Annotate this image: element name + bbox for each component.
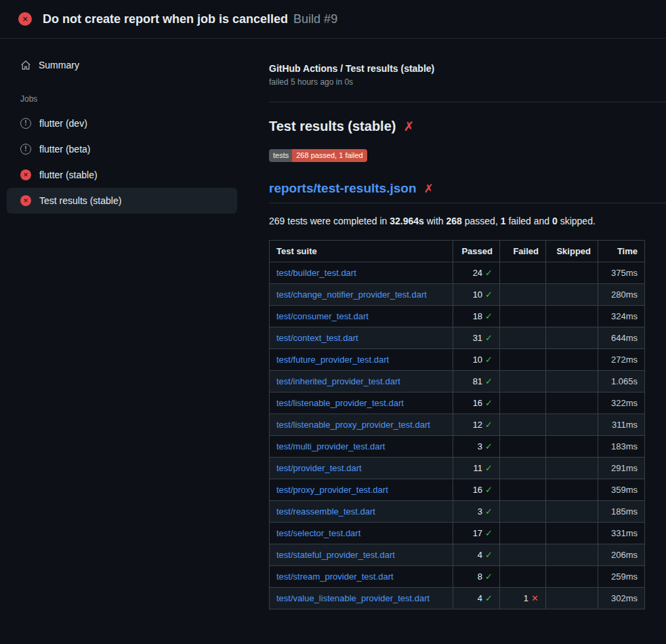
- job-label: Test results (stable): [39, 195, 121, 206]
- skipped-cell: [546, 588, 598, 609]
- suite-cell: test/consumer_test.dart: [270, 306, 453, 327]
- test-suite-link[interactable]: test/future_provider_test.dart: [276, 355, 389, 365]
- badge-label: tests: [269, 149, 292, 162]
- passed-cell: 16: [453, 479, 500, 501]
- passed-count: 81: [473, 376, 482, 386]
- job-label: flutter (beta): [39, 144, 90, 155]
- time-cell: 291ms: [598, 458, 645, 479]
- suite-cell: test/builder_test.dart: [270, 262, 453, 284]
- suite-cell: test/listenable_provider_test.dart: [270, 393, 453, 414]
- table-row: test/listenable_provider_test.dart16322m…: [270, 393, 645, 414]
- jobs-section-label: Jobs: [0, 77, 244, 110]
- test-suite-link[interactable]: test/multi_provider_test.dart: [276, 441, 385, 451]
- passed-cell: 10: [453, 284, 500, 306]
- table-row: test/change_notifier_provider_test.dart1…: [270, 284, 645, 306]
- build-title: Do not create report when job is cancell…: [43, 12, 288, 26]
- sidebar-item-summary[interactable]: Summary: [7, 54, 237, 77]
- passed-count: 16: [473, 398, 482, 408]
- sidebar-job-item[interactable]: Test results (stable): [7, 188, 237, 214]
- time-cell: 183ms: [598, 436, 645, 458]
- test-suite-link[interactable]: test/stateful_provider_test.dart: [276, 550, 395, 560]
- time-value: 331ms: [611, 528, 638, 538]
- suite-cell: test/value_listenable_provider_test.dart: [270, 588, 453, 609]
- tests-badge: tests 268 passed, 1 failed: [269, 149, 367, 162]
- skipped-cell: [546, 523, 598, 544]
- failed-cross-icon: [403, 120, 414, 133]
- report-link[interactable]: reports/test-results.json: [269, 181, 417, 196]
- test-suite-link[interactable]: test/builder_test.dart: [276, 268, 356, 278]
- table-row: test/selector_test.dart17331ms: [270, 523, 645, 544]
- test-suite-link[interactable]: test/context_test.dart: [276, 333, 358, 343]
- test-suite-link[interactable]: test/consumer_test.dart: [276, 311, 369, 321]
- table-row: test/listenable_proxy_provider_test.dart…: [270, 414, 645, 436]
- table-row: test/inherited_provider_test.dart811.065…: [270, 371, 645, 393]
- test-suite-link[interactable]: test/selector_test.dart: [276, 528, 360, 538]
- check-icon: [485, 593, 493, 603]
- sidebar-job-item[interactable]: flutter (stable): [7, 162, 237, 188]
- check-icon: [485, 333, 493, 343]
- sidebar-job-item[interactable]: flutter (dev): [7, 110, 237, 136]
- failed-cell: [500, 306, 546, 327]
- divider: [269, 102, 666, 102]
- test-suite-link[interactable]: test/reassemble_test.dart: [276, 506, 375, 517]
- passed-cell: 16: [453, 393, 500, 414]
- time-value: 183ms: [611, 441, 638, 451]
- badge-value: 268 passed, 1 failed: [292, 149, 367, 162]
- passed-count: 18: [473, 311, 482, 321]
- time-value: 206ms: [611, 550, 638, 560]
- time-value: 291ms: [611, 463, 638, 473]
- summary-stat: 32.964s: [390, 216, 424, 226]
- check-icon: [485, 289, 493, 300]
- check-icon: [485, 463, 493, 473]
- check-icon: [485, 528, 493, 538]
- skipped-cell: [546, 544, 598, 566]
- passed-cell: 4: [453, 588, 500, 609]
- time-value: 644ms: [611, 333, 638, 343]
- passed-cell: 17: [453, 523, 500, 544]
- summary-text-part: 269 tests were completed in: [269, 216, 390, 226]
- failed-cell: [500, 349, 546, 371]
- table-row: test/consumer_test.dart18324ms: [270, 306, 645, 327]
- failed-count: 1: [524, 593, 528, 603]
- passed-count: 16: [473, 485, 482, 495]
- test-suite-link[interactable]: test/stream_provider_test.dart: [276, 571, 394, 582]
- table-row: test/proxy_provider_test.dart16359ms: [270, 479, 645, 501]
- check-icon: [485, 268, 493, 278]
- summary-stat: 0: [552, 216, 558, 226]
- time-cell: 259ms: [598, 566, 645, 588]
- test-suite-link[interactable]: test/value_listenable_provider_test.dart: [276, 593, 430, 603]
- sidebar: Summary Jobs flutter (dev)flutter (beta)…: [0, 39, 244, 214]
- test-suite-link[interactable]: test/proxy_provider_test.dart: [276, 485, 388, 495]
- test-suite-link[interactable]: test/change_notifier_provider_test.dart: [276, 289, 427, 300]
- results-table: Test suitePassedFailedSkippedTime test/b…: [269, 240, 645, 609]
- suite-cell: test/multi_provider_test.dart: [270, 436, 453, 458]
- suite-cell: test/proxy_provider_test.dart: [270, 479, 453, 501]
- test-suite-link[interactable]: test/listenable_proxy_provider_test.dart: [276, 420, 430, 430]
- table-row: test/reassemble_test.dart3185ms: [270, 501, 645, 523]
- skipped-cell: [546, 327, 598, 349]
- summary-text-part: failed and: [506, 216, 553, 226]
- neutral-status-icon: [20, 144, 31, 155]
- time-value: 259ms: [611, 571, 638, 582]
- failed-cell: [500, 284, 546, 306]
- time-value: 302ms: [611, 593, 638, 603]
- test-suite-link[interactable]: test/provider_test.dart: [276, 463, 362, 473]
- time-cell: 375ms: [598, 262, 645, 284]
- check-icon: [485, 506, 493, 517]
- passed-cell: 31: [453, 327, 500, 349]
- suite-cell: test/context_test.dart: [270, 327, 453, 349]
- test-suite-link[interactable]: test/listenable_provider_test.dart: [276, 398, 404, 408]
- passed-cell: 81: [453, 371, 500, 393]
- main-content: GitHub Actions / Test results (stable) f…: [244, 39, 666, 609]
- check-icon: [485, 398, 493, 408]
- test-suite-link[interactable]: test/inherited_provider_test.dart: [276, 376, 400, 386]
- check-icon: [485, 355, 493, 365]
- time-value: 375ms: [611, 268, 638, 278]
- passed-count: 31: [473, 333, 482, 343]
- skipped-cell: [546, 436, 598, 458]
- failed-cross-icon: [424, 183, 434, 195]
- suite-cell: test/inherited_provider_test.dart: [270, 371, 453, 393]
- check-icon: [485, 571, 493, 582]
- skipped-cell: [546, 371, 598, 393]
- sidebar-job-item[interactable]: flutter (beta): [7, 136, 237, 162]
